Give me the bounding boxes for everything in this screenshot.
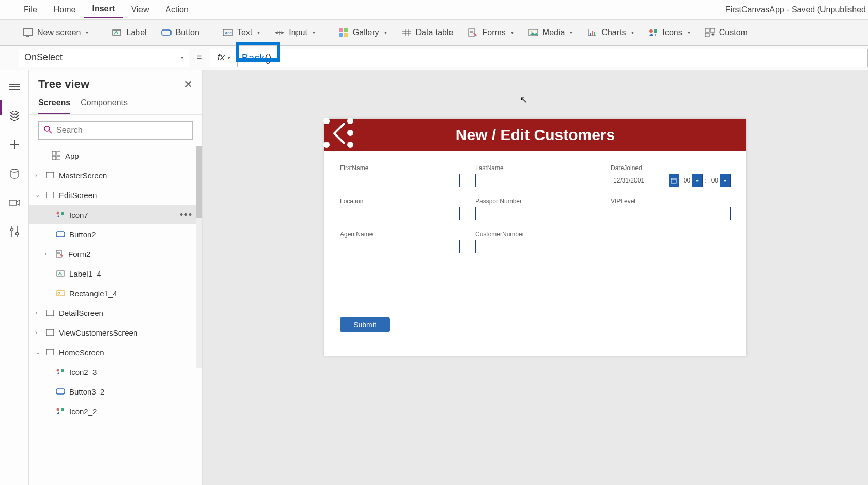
formula-input[interactable]: Back()	[238, 49, 868, 67]
field-location: Location	[340, 198, 460, 220]
tree-node-button3-2[interactable]: Button3_2	[29, 382, 202, 401]
selection-handle[interactable]	[323, 118, 330, 124]
tab-screens[interactable]: Screens	[38, 95, 70, 114]
button-label: Button	[176, 28, 199, 37]
chevron-right-icon[interactable]: ›	[35, 329, 41, 336]
formula-fn-name: Back	[242, 52, 265, 64]
input-label: Input	[289, 28, 307, 37]
icons-button[interactable]: + Icons ▾	[641, 25, 698, 40]
tree-node-rectangle1-4[interactable]: Rectangle1_4	[29, 283, 202, 303]
datatable-button[interactable]: Data table	[394, 25, 461, 40]
menu-view[interactable]: View	[123, 2, 157, 18]
custom-button[interactable]: + Custom	[698, 25, 755, 40]
selection-handle[interactable]	[347, 118, 353, 124]
submit-button[interactable]: Submit	[340, 317, 390, 332]
field-viplevel: VIPLevel	[611, 198, 731, 220]
tree-node-homescreen[interactable]: ⌄ HomeScreen	[29, 342, 202, 362]
tree-view-icon[interactable]	[7, 109, 22, 123]
tree-scrollbar-thumb[interactable]	[196, 146, 202, 218]
hour-select[interactable]: 00▾	[681, 174, 703, 187]
chevron-down-icon[interactable]: ⌄	[35, 191, 41, 199]
agentname-input[interactable]	[340, 240, 460, 253]
tree-node-icon2-2[interactable]: Icon2_2	[29, 401, 202, 421]
tree-node-viewcustomersscreen[interactable]: › ViewCustomersScreen	[29, 323, 202, 342]
fx-label: fx	[218, 52, 225, 63]
button-icon	[161, 28, 172, 37]
tab-components[interactable]: Components	[81, 95, 128, 114]
selection-handle[interactable]	[347, 130, 353, 136]
firstname-input[interactable]	[340, 174, 460, 187]
customernumber-input[interactable]	[475, 240, 595, 253]
chevron-right-icon[interactable]: ›	[35, 172, 41, 179]
svg-text:Abc: Abc	[225, 31, 232, 35]
app-form-header: New / Edit Customers	[324, 119, 746, 151]
charts-button[interactable]: Charts ▾	[580, 25, 641, 40]
chevron-right-icon[interactable]: ›	[35, 309, 41, 316]
tree-label: Icon2_3	[69, 368, 97, 376]
tree-node-button2[interactable]: Button2	[29, 224, 202, 244]
property-selector[interactable]: OnSelect ▾	[19, 49, 189, 67]
rectangle-icon	[56, 289, 65, 298]
screen-icon	[45, 190, 55, 200]
text-button[interactable]: Abc Text ▾	[215, 25, 267, 40]
menu-insert[interactable]: Insert	[84, 1, 123, 18]
icons-label: Icons	[663, 28, 683, 37]
calendar-icon[interactable]	[669, 174, 679, 187]
tree-node-app[interactable]: App	[29, 146, 202, 165]
svg-rect-64	[47, 310, 54, 316]
media-rail-icon[interactable]	[7, 195, 22, 210]
tree-node-form2[interactable]: › Form2	[29, 244, 202, 264]
new-screen-button[interactable]: New screen ▾	[16, 25, 96, 40]
chevron-right-icon[interactable]: ›	[44, 250, 51, 257]
lastname-input[interactable]	[475, 174, 595, 187]
tree-node-masterscreen[interactable]: › MasterScreen	[29, 165, 202, 185]
media-button[interactable]: Media ▾	[521, 25, 580, 40]
field-label: LastName	[475, 164, 595, 172]
forms-button[interactable]: Forms ▾	[460, 25, 520, 40]
field-passport: PassportNumber	[475, 198, 595, 220]
tree-node-detailscreen[interactable]: › DetailScreen	[29, 303, 202, 323]
tree-node-editscreen[interactable]: ⌄ EditScreen	[29, 185, 202, 205]
passport-input[interactable]	[475, 207, 595, 220]
chevron-down-icon[interactable]: ⌄	[35, 348, 41, 356]
svg-point-63	[58, 292, 60, 294]
tree-search-input[interactable]	[56, 126, 187, 135]
viplevel-input[interactable]	[611, 207, 731, 220]
tree-node-icon7[interactable]: Icon7 •••	[29, 205, 202, 224]
menu-home[interactable]: Home	[45, 2, 84, 18]
insert-icon[interactable]	[7, 138, 22, 152]
chevron-down-icon: ▾	[257, 29, 260, 35]
close-icon[interactable]: ✕	[184, 78, 193, 90]
svg-rect-53	[47, 172, 54, 178]
tree-node-label1-4[interactable]: Label1_4	[29, 264, 202, 283]
hamburger-icon[interactable]	[7, 80, 22, 94]
chevron-down-icon: ▾	[181, 55, 183, 60]
data-icon[interactable]	[7, 166, 22, 181]
date-input[interactable]: 12/31/2001	[611, 174, 667, 187]
gallery-button[interactable]: Gallery ▾	[331, 25, 394, 40]
menu-action[interactable]: Action	[157, 2, 196, 18]
back-icon-selected[interactable]	[324, 119, 352, 147]
fx-button[interactable]: fx ▾	[210, 49, 238, 67]
menu-file[interactable]: File	[16, 2, 45, 18]
tree-node-icon2-3[interactable]: Icon2_3	[29, 362, 202, 382]
advanced-tools-icon[interactable]	[7, 224, 22, 239]
label-button[interactable]: Label	[104, 25, 153, 40]
svg-rect-72	[671, 178, 676, 183]
charts-label: Charts	[601, 28, 626, 37]
svg-rect-3	[162, 30, 171, 35]
tree-search[interactable]	[38, 121, 193, 140]
control-icon	[56, 210, 65, 219]
button-button[interactable]: Button	[154, 25, 207, 40]
minute-select[interactable]: 00▾	[709, 174, 731, 187]
location-input[interactable]	[340, 207, 460, 220]
selection-handle[interactable]	[347, 142, 353, 148]
custom-icon: +	[705, 28, 715, 37]
tree-scrollbar[interactable]	[196, 146, 202, 368]
canvas-app[interactable]: New / Edit Customers FirstName LastName …	[324, 119, 746, 356]
input-button[interactable]: Input ▾	[267, 25, 322, 40]
more-icon[interactable]: •••	[180, 209, 193, 220]
field-customernumber: CustomerNumber	[475, 231, 595, 253]
tree-label: MasterScreen	[59, 171, 107, 180]
selection-handle[interactable]	[323, 142, 330, 148]
